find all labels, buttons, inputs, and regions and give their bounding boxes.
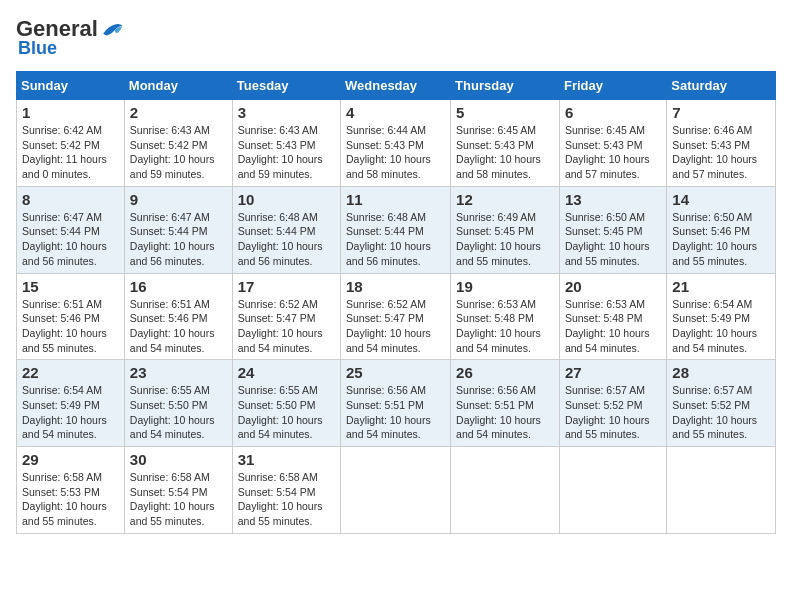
day-info: Sunrise: 6:56 AMSunset: 5:51 PMDaylight:… <box>456 383 554 442</box>
calendar-cell: 15Sunrise: 6:51 AMSunset: 5:46 PMDayligh… <box>17 273 125 360</box>
calendar-cell <box>559 447 666 534</box>
day-number: 11 <box>346 191 445 208</box>
day-info: Sunrise: 6:47 AMSunset: 5:44 PMDaylight:… <box>130 210 227 269</box>
calendar-header-monday: Monday <box>124 72 232 100</box>
calendar-header-wednesday: Wednesday <box>341 72 451 100</box>
calendar-cell: 16Sunrise: 6:51 AMSunset: 5:46 PMDayligh… <box>124 273 232 360</box>
day-number: 15 <box>22 278 119 295</box>
day-number: 28 <box>672 364 770 381</box>
day-number: 22 <box>22 364 119 381</box>
calendar-cell: 8Sunrise: 6:47 AMSunset: 5:44 PMDaylight… <box>17 186 125 273</box>
calendar-cell: 26Sunrise: 6:56 AMSunset: 5:51 PMDayligh… <box>451 360 560 447</box>
calendar-cell: 10Sunrise: 6:48 AMSunset: 5:44 PMDayligh… <box>232 186 340 273</box>
day-info: Sunrise: 6:58 AMSunset: 5:54 PMDaylight:… <box>238 470 335 529</box>
day-info: Sunrise: 6:58 AMSunset: 5:53 PMDaylight:… <box>22 470 119 529</box>
day-number: 13 <box>565 191 661 208</box>
day-number: 4 <box>346 104 445 121</box>
calendar-cell: 31Sunrise: 6:58 AMSunset: 5:54 PMDayligh… <box>232 447 340 534</box>
calendar-week-4: 22Sunrise: 6:54 AMSunset: 5:49 PMDayligh… <box>17 360 776 447</box>
day-number: 2 <box>130 104 227 121</box>
day-number: 5 <box>456 104 554 121</box>
calendar-cell: 1Sunrise: 6:42 AMSunset: 5:42 PMDaylight… <box>17 100 125 187</box>
day-number: 8 <box>22 191 119 208</box>
day-info: Sunrise: 6:50 AMSunset: 5:45 PMDaylight:… <box>565 210 661 269</box>
day-number: 14 <box>672 191 770 208</box>
day-number: 19 <box>456 278 554 295</box>
day-number: 25 <box>346 364 445 381</box>
day-number: 12 <box>456 191 554 208</box>
calendar-cell: 2Sunrise: 6:43 AMSunset: 5:42 PMDaylight… <box>124 100 232 187</box>
day-number: 10 <box>238 191 335 208</box>
day-number: 7 <box>672 104 770 121</box>
calendar-cell: 6Sunrise: 6:45 AMSunset: 5:43 PMDaylight… <box>559 100 666 187</box>
day-info: Sunrise: 6:55 AMSunset: 5:50 PMDaylight:… <box>238 383 335 442</box>
calendar-cell <box>451 447 560 534</box>
header: General Blue <box>16 16 776 59</box>
calendar-cell: 25Sunrise: 6:56 AMSunset: 5:51 PMDayligh… <box>341 360 451 447</box>
day-number: 6 <box>565 104 661 121</box>
day-info: Sunrise: 6:52 AMSunset: 5:47 PMDaylight:… <box>238 297 335 356</box>
logo-blue-text: Blue <box>18 38 57 59</box>
calendar-cell: 9Sunrise: 6:47 AMSunset: 5:44 PMDaylight… <box>124 186 232 273</box>
day-number: 30 <box>130 451 227 468</box>
day-number: 18 <box>346 278 445 295</box>
calendar-cell: 7Sunrise: 6:46 AMSunset: 5:43 PMDaylight… <box>667 100 776 187</box>
calendar-table: SundayMondayTuesdayWednesdayThursdayFrid… <box>16 71 776 534</box>
day-info: Sunrise: 6:44 AMSunset: 5:43 PMDaylight:… <box>346 123 445 182</box>
calendar-cell: 29Sunrise: 6:58 AMSunset: 5:53 PMDayligh… <box>17 447 125 534</box>
calendar-cell: 11Sunrise: 6:48 AMSunset: 5:44 PMDayligh… <box>341 186 451 273</box>
calendar-cell: 5Sunrise: 6:45 AMSunset: 5:43 PMDaylight… <box>451 100 560 187</box>
day-info: Sunrise: 6:47 AMSunset: 5:44 PMDaylight:… <box>22 210 119 269</box>
calendar-cell: 27Sunrise: 6:57 AMSunset: 5:52 PMDayligh… <box>559 360 666 447</box>
logo: General Blue <box>16 16 124 59</box>
calendar-week-1: 1Sunrise: 6:42 AMSunset: 5:42 PMDaylight… <box>17 100 776 187</box>
calendar-cell: 23Sunrise: 6:55 AMSunset: 5:50 PMDayligh… <box>124 360 232 447</box>
day-info: Sunrise: 6:50 AMSunset: 5:46 PMDaylight:… <box>672 210 770 269</box>
day-info: Sunrise: 6:48 AMSunset: 5:44 PMDaylight:… <box>346 210 445 269</box>
calendar-header-friday: Friday <box>559 72 666 100</box>
day-info: Sunrise: 6:45 AMSunset: 5:43 PMDaylight:… <box>565 123 661 182</box>
day-info: Sunrise: 6:48 AMSunset: 5:44 PMDaylight:… <box>238 210 335 269</box>
day-info: Sunrise: 6:51 AMSunset: 5:46 PMDaylight:… <box>22 297 119 356</box>
day-number: 26 <box>456 364 554 381</box>
day-number: 1 <box>22 104 119 121</box>
calendar-cell: 4Sunrise: 6:44 AMSunset: 5:43 PMDaylight… <box>341 100 451 187</box>
calendar-week-3: 15Sunrise: 6:51 AMSunset: 5:46 PMDayligh… <box>17 273 776 360</box>
calendar-cell: 28Sunrise: 6:57 AMSunset: 5:52 PMDayligh… <box>667 360 776 447</box>
day-info: Sunrise: 6:46 AMSunset: 5:43 PMDaylight:… <box>672 123 770 182</box>
day-info: Sunrise: 6:43 AMSunset: 5:42 PMDaylight:… <box>130 123 227 182</box>
calendar-cell: 22Sunrise: 6:54 AMSunset: 5:49 PMDayligh… <box>17 360 125 447</box>
calendar-cell <box>341 447 451 534</box>
calendar-cell: 20Sunrise: 6:53 AMSunset: 5:48 PMDayligh… <box>559 273 666 360</box>
calendar-cell: 17Sunrise: 6:52 AMSunset: 5:47 PMDayligh… <box>232 273 340 360</box>
day-info: Sunrise: 6:55 AMSunset: 5:50 PMDaylight:… <box>130 383 227 442</box>
day-info: Sunrise: 6:49 AMSunset: 5:45 PMDaylight:… <box>456 210 554 269</box>
day-number: 20 <box>565 278 661 295</box>
day-info: Sunrise: 6:56 AMSunset: 5:51 PMDaylight:… <box>346 383 445 442</box>
day-number: 21 <box>672 278 770 295</box>
day-number: 23 <box>130 364 227 381</box>
calendar-cell: 12Sunrise: 6:49 AMSunset: 5:45 PMDayligh… <box>451 186 560 273</box>
day-info: Sunrise: 6:51 AMSunset: 5:46 PMDaylight:… <box>130 297 227 356</box>
calendar-cell: 13Sunrise: 6:50 AMSunset: 5:45 PMDayligh… <box>559 186 666 273</box>
calendar-header-row: SundayMondayTuesdayWednesdayThursdayFrid… <box>17 72 776 100</box>
logo-bird-icon <box>100 17 124 41</box>
day-number: 16 <box>130 278 227 295</box>
calendar-cell: 24Sunrise: 6:55 AMSunset: 5:50 PMDayligh… <box>232 360 340 447</box>
calendar-header-sunday: Sunday <box>17 72 125 100</box>
day-info: Sunrise: 6:45 AMSunset: 5:43 PMDaylight:… <box>456 123 554 182</box>
calendar-cell <box>667 447 776 534</box>
day-info: Sunrise: 6:58 AMSunset: 5:54 PMDaylight:… <box>130 470 227 529</box>
day-info: Sunrise: 6:42 AMSunset: 5:42 PMDaylight:… <box>22 123 119 182</box>
calendar-cell: 3Sunrise: 6:43 AMSunset: 5:43 PMDaylight… <box>232 100 340 187</box>
calendar-cell: 19Sunrise: 6:53 AMSunset: 5:48 PMDayligh… <box>451 273 560 360</box>
calendar-header-tuesday: Tuesday <box>232 72 340 100</box>
day-number: 31 <box>238 451 335 468</box>
day-number: 9 <box>130 191 227 208</box>
calendar-week-5: 29Sunrise: 6:58 AMSunset: 5:53 PMDayligh… <box>17 447 776 534</box>
day-info: Sunrise: 6:54 AMSunset: 5:49 PMDaylight:… <box>22 383 119 442</box>
calendar-header-saturday: Saturday <box>667 72 776 100</box>
calendar-cell: 14Sunrise: 6:50 AMSunset: 5:46 PMDayligh… <box>667 186 776 273</box>
day-info: Sunrise: 6:53 AMSunset: 5:48 PMDaylight:… <box>456 297 554 356</box>
day-info: Sunrise: 6:54 AMSunset: 5:49 PMDaylight:… <box>672 297 770 356</box>
